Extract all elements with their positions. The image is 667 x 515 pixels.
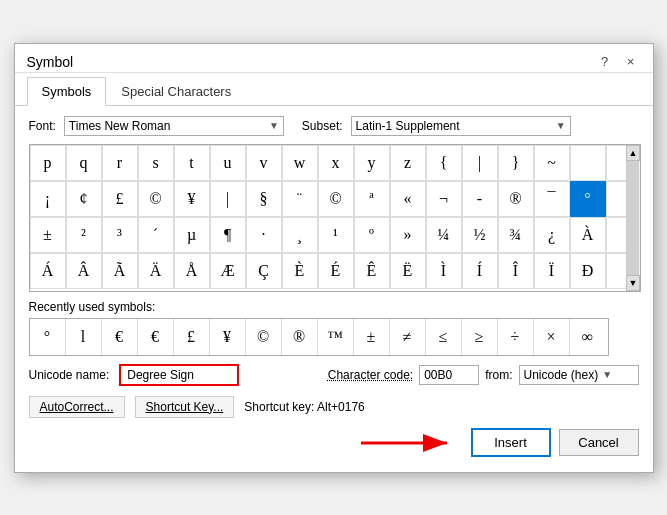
symbol-cell[interactable]: Á [30,253,66,289]
recently-used-cell[interactable]: ∞ [570,319,606,355]
from-select[interactable]: Unicode (hex) ▼ [519,365,639,385]
symbol-cell[interactable]: È [282,253,318,289]
symbol-cell[interactable]: Ð [570,253,606,289]
symbol-cell[interactable]: º [354,217,390,253]
symbol-cell[interactable]: s [138,145,174,181]
subset-select[interactable]: Latin-1 Supplement ▼ [351,116,571,136]
recently-used-cell[interactable]: ≥ [462,319,498,355]
symbol-cell[interactable]: · [246,217,282,253]
symbol-cell[interactable]: Æ [210,253,246,289]
symbol-cell[interactable]: Í [462,253,498,289]
symbol-cell[interactable]: t [174,145,210,181]
symbol-cell[interactable]: À [570,217,606,253]
symbol-cell[interactable]: ´ [138,217,174,253]
recently-used-cell[interactable]: £ [174,319,210,355]
symbol-cell[interactable]: Â [66,253,102,289]
symbol-cell[interactable]: © [318,181,354,217]
recently-used-cell[interactable]: ≠ [390,319,426,355]
symbol-cell[interactable]: £ [102,181,138,217]
symbol-cell[interactable]: v [246,145,282,181]
symbol-cell[interactable]: © [138,181,174,217]
symbol-cell[interactable]: ¡ [30,181,66,217]
autocorrect-button[interactable]: AutoCorrect... [29,396,125,418]
recently-used-cell[interactable]: ¥ [210,319,246,355]
symbol-cell[interactable]: ~ [534,145,570,181]
symbol-cell[interactable]: É [318,253,354,289]
symbol-cell[interactable]: ½ [462,217,498,253]
symbol-cell[interactable]: { [426,145,462,181]
char-code-input[interactable] [419,365,479,385]
symbol-cell[interactable]: ¸ [282,217,318,253]
symbol-cell[interactable]: Ç [246,253,282,289]
symbol-cell[interactable]: w [282,145,318,181]
recently-used-cell[interactable]: l [66,319,102,355]
subset-select-arrow: ▼ [556,120,566,131]
symbol-cell[interactable]: ³ [102,217,138,253]
symbol-cell[interactable]: ¥ [174,181,210,217]
symbol-cell[interactable]: » [390,217,426,253]
cancel-button[interactable]: Cancel [559,429,639,456]
symbol-cell[interactable]: Î [498,253,534,289]
symbol-cell[interactable]: ¢ [66,181,102,217]
recently-used-cell[interactable]: € [102,319,138,355]
recently-used-cell[interactable]: ≤ [426,319,462,355]
tab-special-characters[interactable]: Special Characters [106,77,246,106]
symbol-cell[interactable]: ¾ [498,217,534,253]
shortcut-key-button[interactable]: Shortcut Key... [135,396,235,418]
symbol-cell[interactable]: ° [570,181,606,217]
insert-button[interactable]: Insert [471,428,551,457]
symbol-cell[interactable]: µ [174,217,210,253]
symbol-cell[interactable]: § [246,181,282,217]
font-row: Font: Times New Roman ▼ Subset: Latin-1 … [29,116,639,136]
symbol-cell[interactable] [570,145,606,181]
symbol-cell[interactable]: ¨ [282,181,318,217]
symbol-cell[interactable]: Å [174,253,210,289]
symbol-cell[interactable]: ² [66,217,102,253]
tab-symbols[interactable]: Symbols [27,77,107,106]
recently-used-cell[interactable]: × [534,319,570,355]
scroll-track[interactable] [627,161,639,275]
symbol-cell[interactable]: z [390,145,426,181]
symbol-cell[interactable]: - [462,181,498,217]
symbol-cell[interactable]: ® [498,181,534,217]
symbol-cell[interactable]: « [390,181,426,217]
recently-used-cell[interactable]: ® [282,319,318,355]
symbol-cell[interactable]: Ä [138,253,174,289]
scroll-down[interactable]: ▼ [626,275,640,291]
symbol-cell[interactable]: ª [354,181,390,217]
symbol-cell[interactable]: p [30,145,66,181]
scrollbar[interactable]: ▲ ▼ [626,145,640,291]
bottom-row: AutoCorrect... Shortcut Key... Shortcut … [29,396,639,418]
symbol-cell[interactable]: Ã [102,253,138,289]
subset-label: Subset: [302,119,343,133]
symbol-cell[interactable]: q [66,145,102,181]
recently-used-cell[interactable]: ± [354,319,390,355]
symbol-cell[interactable]: ¼ [426,217,462,253]
symbol-cell[interactable]: ¶ [210,217,246,253]
scroll-up[interactable]: ▲ [626,145,640,161]
symbol-cell[interactable]: ± [30,217,66,253]
help-button[interactable]: ? [595,52,615,72]
recently-used-cell[interactable]: © [246,319,282,355]
symbol-cell[interactable]: r [102,145,138,181]
symbol-cell[interactable]: Ì [426,253,462,289]
symbol-cell[interactable]: u [210,145,246,181]
symbol-cell[interactable]: ¯ [534,181,570,217]
symbol-cell[interactable]: Ï [534,253,570,289]
symbol-cell[interactable]: ¬ [426,181,462,217]
close-button[interactable]: × [621,52,641,72]
recently-used-cell[interactable]: ™ [318,319,354,355]
recently-used-cell[interactable]: ÷ [498,319,534,355]
symbol-cell[interactable]: } [498,145,534,181]
recently-used-cell[interactable]: ° [30,319,66,355]
symbol-cell[interactable]: Ë [390,253,426,289]
symbol-cell[interactable]: x [318,145,354,181]
font-select[interactable]: Times New Roman ▼ [64,116,284,136]
symbol-cell[interactable]: y [354,145,390,181]
symbol-cell[interactable]: ¹ [318,217,354,253]
symbol-cell[interactable]: Ê [354,253,390,289]
symbol-cell[interactable]: | [210,181,246,217]
recently-used-cell[interactable]: € [138,319,174,355]
symbol-cell[interactable]: ¿ [534,217,570,253]
symbol-cell[interactable]: | [462,145,498,181]
